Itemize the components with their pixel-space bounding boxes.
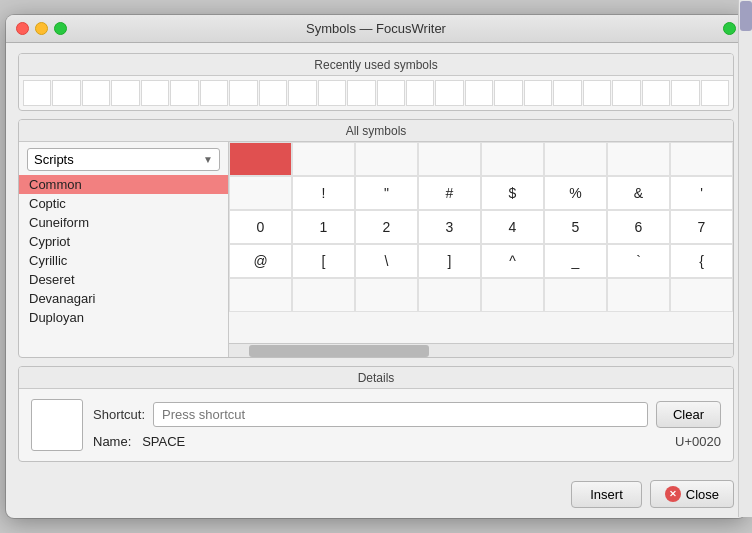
recent-cell[interactable] bbox=[141, 80, 169, 106]
shortcut-label: Shortcut: bbox=[93, 407, 145, 422]
recent-cell[interactable] bbox=[701, 80, 729, 106]
close-icon: ✕ bbox=[665, 486, 681, 502]
shortcut-input[interactable] bbox=[153, 402, 648, 427]
recently-used-header: Recently used symbols bbox=[19, 54, 733, 76]
symbol-cell[interactable]: 0 bbox=[229, 210, 292, 244]
symbol-cell[interactable]: % bbox=[544, 176, 607, 210]
minimize-window-button[interactable] bbox=[35, 22, 48, 35]
title-bar: Symbols — FocusWriter bbox=[6, 15, 746, 43]
recent-cell[interactable] bbox=[318, 80, 346, 106]
recent-cell[interactable] bbox=[406, 80, 434, 106]
symbol-cell[interactable] bbox=[229, 278, 292, 312]
scrollbar-thumb[interactable] bbox=[249, 345, 429, 357]
symbol-cell[interactable] bbox=[670, 278, 733, 312]
footer: Insert ✕ Close bbox=[6, 474, 746, 518]
recent-cell[interactable] bbox=[465, 80, 493, 106]
main-content: Recently used symbols bbox=[6, 43, 746, 474]
recent-cell[interactable] bbox=[111, 80, 139, 106]
recent-cell[interactable] bbox=[200, 80, 228, 106]
symbol-cell[interactable]: 1 bbox=[292, 210, 355, 244]
recent-cell[interactable] bbox=[435, 80, 463, 106]
symbol-cell[interactable]: 2 bbox=[355, 210, 418, 244]
close-dialog-button[interactable]: ✕ Close bbox=[650, 480, 734, 508]
recent-cell[interactable] bbox=[377, 80, 405, 106]
unicode-value: U+0020 bbox=[675, 434, 721, 449]
symbol-name: Name: SPACE bbox=[93, 434, 185, 449]
recent-cell[interactable] bbox=[642, 80, 670, 106]
details-inner: Shortcut: Clear Name: SPACE U+0020 bbox=[19, 389, 733, 461]
recent-cell[interactable] bbox=[612, 80, 640, 106]
recent-cell[interactable] bbox=[494, 80, 522, 106]
symbol-cell[interactable] bbox=[607, 142, 670, 176]
symbol-preview bbox=[31, 399, 83, 451]
recent-cell[interactable] bbox=[23, 80, 51, 106]
symbol-cell[interactable] bbox=[481, 278, 544, 312]
recent-cell[interactable] bbox=[170, 80, 198, 106]
symbol-cell[interactable] bbox=[418, 278, 481, 312]
script-item-cypriot[interactable]: Cypriot bbox=[19, 232, 228, 251]
symbol-cell[interactable]: \ bbox=[355, 244, 418, 278]
details-row: Shortcut: Clear Name: SPACE U+0020 bbox=[31, 399, 721, 451]
close-label: Close bbox=[686, 487, 719, 502]
symbol-cell[interactable]: 4 bbox=[481, 210, 544, 244]
symbol-cell[interactable] bbox=[544, 142, 607, 176]
script-item-cuneiform[interactable]: Cuneiform bbox=[19, 213, 228, 232]
symbol-cell[interactable]: { bbox=[670, 244, 733, 278]
maximize-window-button[interactable] bbox=[54, 22, 67, 35]
script-item-coptic[interactable]: Coptic bbox=[19, 194, 228, 213]
symbol-cell[interactable]: ! bbox=[292, 176, 355, 210]
symbol-cell[interactable]: ] bbox=[418, 244, 481, 278]
symbol-cell[interactable] bbox=[292, 278, 355, 312]
recent-cell[interactable] bbox=[52, 80, 80, 106]
symbol-cell[interactable]: & bbox=[607, 176, 670, 210]
symbol-cell[interactable] bbox=[229, 142, 292, 176]
symbol-cell[interactable] bbox=[418, 142, 481, 176]
symbol-cell[interactable]: 6 bbox=[607, 210, 670, 244]
symbol-cell[interactable]: $ bbox=[481, 176, 544, 210]
symbol-cell[interactable] bbox=[292, 142, 355, 176]
script-item-duployan[interactable]: Duployan bbox=[19, 308, 228, 327]
recent-cell[interactable] bbox=[82, 80, 110, 106]
symbol-cell[interactable]: " bbox=[355, 176, 418, 210]
symbol-cell[interactable]: ^ bbox=[481, 244, 544, 278]
symbol-cell[interactable] bbox=[544, 278, 607, 312]
symbol-cell[interactable]: 7 bbox=[670, 210, 733, 244]
symbol-cell[interactable]: _ bbox=[544, 244, 607, 278]
recent-cell[interactable] bbox=[671, 80, 699, 106]
symbol-grid-container[interactable]: ! " # $ % & ' 0 1 2 3 4 bbox=[229, 142, 733, 343]
recent-cell[interactable] bbox=[553, 80, 581, 106]
recent-cell[interactable] bbox=[583, 80, 611, 106]
close-window-button[interactable] bbox=[16, 22, 29, 35]
recent-cell[interactable] bbox=[259, 80, 287, 106]
script-item-common[interactable]: Common bbox=[19, 175, 228, 194]
all-symbols-header: All symbols bbox=[19, 120, 733, 142]
symbol-cell[interactable]: ` bbox=[607, 244, 670, 278]
symbol-cell[interactable]: # bbox=[418, 176, 481, 210]
symbol-cell[interactable] bbox=[229, 176, 292, 210]
scripts-panel: Scripts ▼ Common Coptic Cuneiform Cyprio… bbox=[19, 142, 229, 357]
scripts-dropdown[interactable]: Scripts ▼ bbox=[27, 148, 220, 171]
recent-cell[interactable] bbox=[288, 80, 316, 106]
symbol-cell[interactable] bbox=[355, 278, 418, 312]
symbol-cell[interactable] bbox=[355, 142, 418, 176]
all-symbols-inner: Scripts ▼ Common Coptic Cuneiform Cyprio… bbox=[19, 142, 733, 357]
insert-button[interactable]: Insert bbox=[571, 481, 642, 508]
details-header: Details bbox=[19, 367, 733, 389]
symbol-cell[interactable]: [ bbox=[292, 244, 355, 278]
clear-button[interactable]: Clear bbox=[656, 401, 721, 428]
symbol-cell[interactable]: 5 bbox=[544, 210, 607, 244]
horizontal-scrollbar[interactable] bbox=[229, 343, 733, 357]
symbol-cell[interactable] bbox=[481, 142, 544, 176]
recent-cell[interactable] bbox=[524, 80, 552, 106]
symbol-cell[interactable] bbox=[607, 278, 670, 312]
script-item-devanagari[interactable]: Devanagari bbox=[19, 289, 228, 308]
recent-cell[interactable] bbox=[347, 80, 375, 106]
scripts-list: Common Coptic Cuneiform Cypriot Cyrillic… bbox=[19, 175, 228, 357]
symbol-cell[interactable]: 3 bbox=[418, 210, 481, 244]
symbol-cell[interactable]: @ bbox=[229, 244, 292, 278]
symbol-cell[interactable] bbox=[670, 142, 733, 176]
symbol-cell[interactable]: ' bbox=[670, 176, 733, 210]
recent-cell[interactable] bbox=[229, 80, 257, 106]
script-item-deseret[interactable]: Deseret bbox=[19, 270, 228, 289]
script-item-cyrillic[interactable]: Cyrillic bbox=[19, 251, 228, 270]
